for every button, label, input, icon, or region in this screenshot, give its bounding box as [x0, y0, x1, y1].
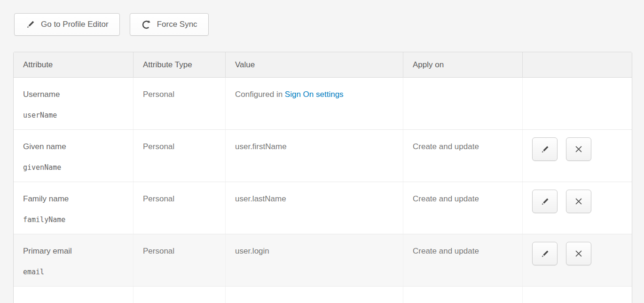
refresh-icon [141, 19, 152, 30]
attribute-name: email [23, 268, 128, 276]
value-text: user.login [235, 247, 269, 255]
value-cell: Configured in Sign On settings [225, 78, 403, 129]
edit-attribute-button[interactable] [532, 242, 558, 265]
apply-on-cell: Create and update [403, 234, 522, 286]
table-row-empty [14, 287, 632, 303]
actions-cell [522, 130, 632, 182]
pencil-icon [540, 249, 550, 259]
remove-attribute-button[interactable] [566, 242, 591, 265]
attribute-type-cell: Personal [133, 130, 225, 182]
attribute-cell: Given name givenName [14, 130, 133, 182]
value-text: Configured in Sign On settings [235, 90, 344, 99]
attribute-label: Family name [23, 194, 128, 204]
apply-on-cell: Create and update [403, 182, 522, 234]
x-icon [574, 197, 583, 206]
apply-on-value: Create and update [413, 247, 479, 255]
edit-attribute-button[interactable] [532, 137, 558, 161]
attribute-type-cell: Personal [133, 182, 225, 234]
attribute-type-value: Personal [143, 90, 174, 99]
attribute-label: Given name [23, 142, 128, 152]
value-cell: user.lastName [225, 182, 403, 234]
edit-attribute-button[interactable] [532, 190, 558, 213]
value-cell: user.firstName [225, 130, 403, 182]
header-apply-on: Apply on [403, 52, 522, 77]
attribute-name: userName [23, 111, 128, 120]
table-row-primary-email: Primary email email Personal user.login … [14, 234, 632, 287]
force-sync-label: Force Sync [157, 20, 197, 29]
header-actions [522, 52, 632, 77]
value-cell: user.login [225, 234, 403, 286]
value-text: user.lastName [235, 194, 286, 203]
attribute-type-cell: Personal [133, 234, 225, 286]
sign-on-settings-link[interactable]: Sign On settings [285, 90, 344, 99]
attribute-mapping-table: Attribute Attribute Type Value Apply on … [13, 52, 632, 303]
remove-attribute-button[interactable] [566, 190, 591, 213]
x-icon [574, 249, 583, 258]
apply-on-cell [403, 78, 522, 129]
actions-cell [522, 234, 632, 286]
force-sync-button[interactable]: Force Sync [130, 13, 209, 36]
table-row-family-name: Family name familyName Personal user.las… [14, 182, 632, 234]
header-value: Value [225, 52, 403, 77]
table-row-given-name: Given name givenName Personal user.first… [14, 130, 632, 182]
attribute-type-value: Personal [143, 142, 174, 151]
go-to-profile-editor-label: Go to Profile Editor [41, 20, 109, 29]
value-text: user.firstName [235, 142, 287, 151]
x-icon [574, 144, 583, 154]
attribute-type-value: Personal [143, 194, 174, 203]
apply-on-value: Create and update [413, 194, 479, 203]
attribute-name: givenName [23, 163, 128, 172]
attribute-type-cell: Personal [133, 78, 225, 129]
toolbar: Go to Profile Editor Force Sync [14, 13, 209, 36]
header-attribute: Attribute [14, 52, 133, 77]
pencil-icon [25, 19, 36, 30]
attribute-name: familyName [23, 215, 128, 224]
value-prefix: Configured in [235, 90, 285, 99]
attribute-cell: Family name familyName [14, 182, 133, 234]
table-header-row: Attribute Attribute Type Value Apply on [14, 52, 632, 78]
go-to-profile-editor-button[interactable]: Go to Profile Editor [14, 13, 120, 36]
apply-on-cell: Create and update [403, 130, 522, 182]
attribute-label: Primary email [23, 247, 128, 256]
pencil-icon [540, 144, 550, 154]
actions-cell [522, 78, 632, 129]
header-attribute-type: Attribute Type [133, 52, 225, 77]
attribute-type-value: Personal [143, 247, 174, 255]
actions-cell [522, 182, 632, 234]
attribute-cell: Primary email email [14, 234, 133, 286]
pencil-icon [540, 197, 550, 207]
apply-on-value: Create and update [413, 142, 479, 151]
attribute-cell: Username userName [14, 78, 133, 129]
remove-attribute-button[interactable] [566, 137, 591, 161]
table-row-username: Username userName Personal Configured in… [14, 78, 632, 130]
attribute-label: Username [23, 90, 128, 99]
